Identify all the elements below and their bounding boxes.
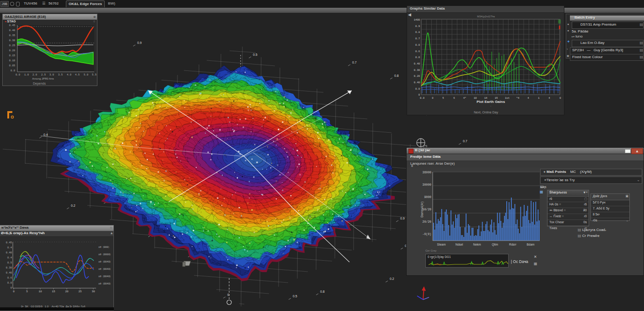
svg-text:0.6: 0.6 <box>7 276 12 279</box>
svg-text:Nekm: Nekm <box>473 243 481 246</box>
svg-text:0.4: 0.4 <box>7 256 12 259</box>
svg-text:0.0: 0.0 <box>7 281 12 284</box>
svg-text:4: 4 <box>527 97 529 100</box>
svg-text:0.05: 0.05 <box>9 64 15 67</box>
svg-text:0.0: 0.0 <box>16 73 20 76</box>
svg-text:14: 14 <box>484 97 488 100</box>
svg-text:0.8: 0.8 <box>394 74 399 77</box>
svg-text:20: 20 <box>65 290 69 293</box>
svg-text:4.5: 4.5 <box>75 73 80 76</box>
svg-text:ɪθ 〈000〉: ɪθ 〈000〉 <box>98 246 109 249</box>
svg-text:0: 0 <box>419 93 420 97</box>
svg-text:0: 0 <box>432 97 433 100</box>
svg-text:0.9: 0.9 <box>400 217 405 220</box>
svg-text:9000: 9000 <box>424 196 431 199</box>
svg-text:0.10: 0.10 <box>9 59 15 62</box>
svg-text:10: 10 <box>474 97 477 100</box>
svg-text:0.0: 0.0 <box>415 56 420 59</box>
svg-text:2.0: 2.0 <box>32 73 37 76</box>
svg-text:4.0: 4.0 <box>67 73 71 76</box>
svg-text:ɪθ 〈0040〉: ɪθ 〈0040〉 <box>98 260 111 263</box>
svg-text:0.35: 0.35 <box>9 34 15 37</box>
svg-text:Damеѕ4(4г): Damеѕ4(4г) <box>420 202 424 218</box>
svg-text:5: 5 <box>442 97 444 100</box>
svg-text:0.30: 0.30 <box>9 39 15 42</box>
svg-text:0.4: 0.4 <box>7 246 12 249</box>
svg-text:6: 6 <box>453 97 455 100</box>
svg-text:0.40: 0.40 <box>9 29 15 32</box>
svg-text:30000: 30000 <box>422 183 431 187</box>
svg-text:0.5: 0.5 <box>293 295 297 298</box>
svg-text:0.2: 0.2 <box>390 277 394 280</box>
svg-text:0.45: 0.45 <box>9 24 15 27</box>
svg-text:5.5: 5.5 <box>92 73 97 76</box>
svg-text:5: 5 <box>26 290 28 293</box>
svg-text:0: 0 <box>13 290 15 293</box>
svg-text:0.7: 0.7 <box>352 61 357 64</box>
svg-text:0.0: 0.0 <box>11 69 15 72</box>
svg-text:0: 0 <box>11 286 12 290</box>
svg-text:0.2: 0.2 <box>71 204 75 207</box>
svg-text:0.30: 0.30 <box>414 69 420 72</box>
svg-text:4: 4 <box>548 97 550 100</box>
svg-text:0.40: 0.40 <box>414 62 420 65</box>
svg-text:Depends: Depends <box>33 82 46 86</box>
svg-text:ɪθ 〈0040〉: ɪθ 〈0040〉 <box>98 268 111 271</box>
svg-text:0.5: 0.5 <box>253 53 258 56</box>
svg-text:0.6: 0.6 <box>415 50 420 53</box>
svg-text:0.0: 0.0 <box>415 43 420 47</box>
svg-text:0.25: 0.25 <box>9 44 15 47</box>
svg-text:-0(0): -0(0) <box>422 233 431 236</box>
svg-text:20/20: 20/20 <box>422 220 431 224</box>
svg-text:10: 10 <box>38 290 42 293</box>
svg-text:0.15: 0.15 <box>9 54 15 57</box>
svg-text:Ndsel: Ndsel <box>456 243 463 246</box>
svg-text:0.7: 0.7 <box>463 139 467 143</box>
svg-text:ɪθ 〈0040〉: ɪθ 〈0040〉 <box>98 275 111 278</box>
svg-text:0.0: 0.0 <box>420 97 424 100</box>
svg-text:0.5: 0.5 <box>7 261 12 264</box>
svg-text:0: 0 <box>559 97 561 100</box>
svg-text:Qtim: Qtim <box>492 243 498 247</box>
svg-text:ɪθ 〈0000〉: ɪθ 〈0000〉 <box>98 253 111 256</box>
svg-text:50/20: 50/20 <box>422 208 431 211</box>
svg-text:25: 25 <box>78 290 82 293</box>
svg-text:Plot Earth Gains: Plot Earth Gains <box>477 100 505 104</box>
svg-text:Among JPR0 Arts: Among JPR0 Arts <box>32 77 54 80</box>
svg-text:1: 1 <box>538 97 540 100</box>
svg-text:1.0: 1.0 <box>24 73 29 76</box>
svg-text:1st: 1st <box>505 97 510 100</box>
svg-text:15: 15 <box>495 97 498 100</box>
svg-text:36000: 36000 <box>422 171 431 174</box>
svg-text:0.20: 0.20 <box>414 75 420 78</box>
svg-text:2.5: 2.5 <box>41 73 46 76</box>
svg-text:30: 30 <box>91 290 95 293</box>
svg-text:0.9: 0.9 <box>137 41 142 44</box>
svg-text:0.8: 0.8 <box>415 31 420 34</box>
svg-text:0.0: 0.0 <box>415 87 420 91</box>
svg-text:0.4: 0.4 <box>43 133 48 136</box>
svg-text:Steam: Steam <box>437 243 446 246</box>
svg-text:*4: *4 <box>516 97 520 100</box>
svg-text:0.20: 0.20 <box>9 49 15 52</box>
svg-text:15: 15 <box>52 290 55 293</box>
svg-text:Rdsrr: Rdsrr <box>509 243 517 246</box>
svg-text:3.0: 3.0 <box>49 73 54 76</box>
svg-text:0.8: 0.8 <box>320 290 325 293</box>
svg-text:Bdam: Bdam <box>527 243 535 246</box>
svg-text:0.7: 0.7 <box>415 37 420 40</box>
svg-text:1400: 1400 <box>414 18 420 21</box>
svg-text:0: 0 <box>227 293 229 296</box>
svg-text:0.9: 0.9 <box>415 25 420 28</box>
svg-text:4*: 4* <box>463 97 467 100</box>
svg-text:0.40: 0.40 <box>414 81 420 84</box>
svg-text:3.5: 3.5 <box>58 73 63 76</box>
svg-text:5.0: 5.0 <box>84 73 88 76</box>
svg-text:0.30: 0.30 <box>6 266 12 269</box>
svg-text:◦: ◦ <box>490 105 491 107</box>
svg-text:0.40: 0.40 <box>6 271 12 274</box>
svg-text:0.40: 0.40 <box>6 251 12 254</box>
svg-text:0.45: 0.45 <box>6 241 12 244</box>
svg-text:ɪθ 〈0040〉: ɪθ 〈0040〉 <box>98 282 111 285</box>
